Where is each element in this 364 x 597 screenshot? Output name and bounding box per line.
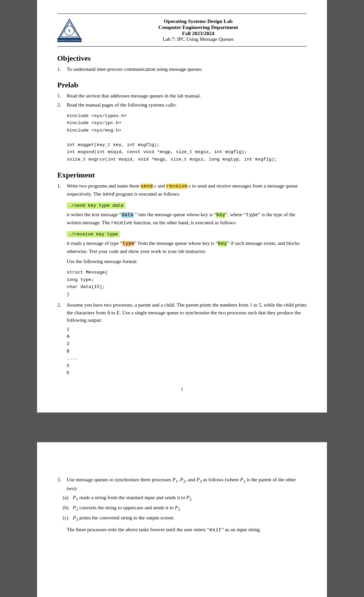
send-highlight: send — [141, 183, 153, 189]
struct-code: struct Message{ long type; char data[15]… — [67, 269, 307, 298]
header-line4: Lab 7: IPC Using Message Queues — [90, 36, 307, 42]
page-number-1: 1 — [57, 387, 307, 392]
prelab-code: #include <sys/types.h> #include <sys/ipc… — [67, 112, 307, 163]
receive-inline2: receive — [111, 220, 132, 226]
prelab-item-2: 2. Read the manual pages of the followin… — [57, 101, 307, 109]
experiment-item-3: 3. Use message queues to synchronize thr… — [57, 476, 307, 492]
sub-item-a: (a) P1 reads a string from the standard … — [63, 494, 307, 503]
header-line1: Operating Systems Design Lab — [90, 18, 307, 24]
prelab-list: 1. Read the section that addresses messa… — [57, 92, 307, 109]
prelab-item-1: 1. Read the section that addresses messa… — [57, 92, 307, 100]
page-1: Y YARMOUK UNIVERSITY Operating Systems D… — [37, 0, 327, 413]
svg-text:Y: Y — [68, 29, 71, 33]
page2-top-space — [57, 456, 307, 476]
header-line3: Fall 2023/2024 — [90, 30, 307, 36]
type-highlight2: type — [122, 241, 134, 247]
exit-code: exit — [209, 527, 221, 533]
svg-text:YARMOUK UNIVERSITY: YARMOUK UNIVERSITY — [57, 39, 82, 41]
page2-final-text: The three processes redo the above tasks… — [67, 526, 307, 534]
text-after-cmd1: it writes the text message “data ” into … — [67, 211, 307, 227]
cmd2-block: ./receive key type — [67, 231, 120, 237]
output-block: 1 A 2 B .... 5 E — [67, 326, 307, 377]
objectives-item-1: 1. To understand inter-process communica… — [57, 65, 307, 73]
text-after-cmd2: it reads a message of type “type” from t… — [67, 239, 307, 256]
header-bottom-rule — [57, 46, 307, 47]
experiment-item-1: 1. Write two programs and name them send… — [57, 182, 307, 199]
receive-highlight: receive — [166, 183, 187, 189]
use-following-text: Use the following message format: — [67, 258, 307, 265]
experiment-list-2: 2. Assume you have two processes, a pare… — [57, 301, 307, 324]
logo-icon: Y YARMOUK UNIVERSITY — [57, 18, 82, 42]
header-line2: Computer Engineering Department — [90, 24, 307, 30]
top-rule — [57, 13, 307, 14]
data-highlight: data — [121, 212, 133, 218]
objectives-list: 1. To understand inter-process communica… — [57, 65, 307, 73]
page2-experiment-list: 3. Use message queues to synchronize thr… — [57, 476, 307, 492]
objectives-title: Objectives — [57, 54, 307, 63]
experiment-title: Experiment — [57, 171, 307, 179]
header: Y YARMOUK UNIVERSITY Operating Systems D… — [57, 18, 307, 42]
sub-item-b: (b) P2 converts the string to uppercase … — [63, 504, 307, 513]
page2-sub-list: (a) P1 reads a string from the standard … — [57, 494, 307, 522]
sub-item-c: (c) P3 prints the converted string to th… — [63, 514, 307, 523]
cmd1-block: ./send key type data — [67, 202, 125, 209]
experiment-list: 1. Write two programs and name them send… — [57, 182, 307, 199]
page-2: 3. Use message queues to synchronize thr… — [37, 442, 327, 597]
experiment-item-2: 2. Assume you have two processes, a pare… — [57, 301, 307, 324]
page-gap — [0, 413, 364, 439]
header-text-block: Operating Systems Design Lab Computer En… — [90, 18, 307, 42]
send-inline: send — [102, 192, 115, 197]
type-inline1: type — [246, 212, 258, 218]
prelab-title: Prelab — [57, 81, 307, 89]
key-highlight2: key — [218, 241, 227, 247]
key-highlight1: key — [216, 212, 225, 218]
